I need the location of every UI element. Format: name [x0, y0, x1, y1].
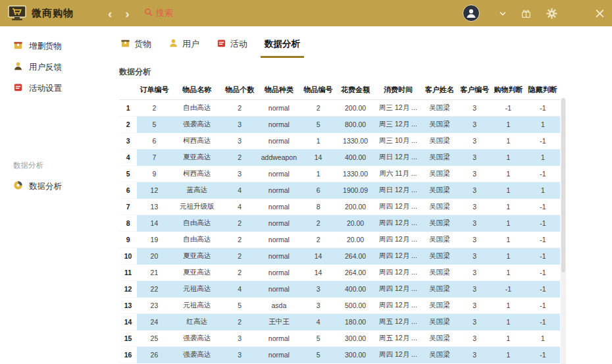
- tab-label: 货物: [134, 38, 151, 50]
- table-cell: 2: [222, 265, 257, 281]
- table-cell: 1: [491, 248, 525, 265]
- gift-icon[interactable]: [521, 8, 532, 19]
- vertical-scrollbar[interactable]: [561, 98, 566, 364]
- table-cell: 3: [222, 347, 257, 363]
- tab-goods[interactable]: 货物: [116, 36, 155, 58]
- sidebar-item-label: 增删货物: [29, 41, 62, 52]
- row-number: 14: [119, 314, 137, 330]
- table-row[interactable]: 1020夏亚高达2normal14264.00周四 12月 ...吴国梁31-1: [119, 248, 560, 265]
- sidebar-section-label: 数据分析: [0, 155, 109, 176]
- table-cell: 264.00: [336, 265, 376, 281]
- row-number: 1: [119, 100, 137, 117]
- column-header: 物品名称: [172, 80, 222, 100]
- table-row[interactable]: 59柯西高达3normal11330.00周六 11月 ...吴国梁31-1: [119, 166, 560, 182]
- table-cell: 3: [458, 330, 491, 347]
- table-cell: 周日 12月 ...: [375, 182, 421, 199]
- person-icon: [13, 61, 23, 73]
- vertical-scrollbar-thumb[interactable]: [561, 98, 565, 273]
- column-header: 客户姓名: [421, 80, 459, 100]
- tab-activities[interactable]: 活动: [213, 36, 251, 58]
- row-number: 15: [119, 330, 137, 347]
- table-cell: 300.00: [336, 347, 376, 363]
- table-cell: 夏亚高达: [172, 248, 222, 265]
- table-row[interactable]: 612蓝高达4normal61900.09周日 12月 ...吴国梁311: [119, 182, 560, 199]
- table-row[interactable]: 25强袭高达3normal5800.00周三 12月 ...吴国梁311: [119, 117, 560, 133]
- table-cell: 1: [491, 133, 525, 149]
- forward-button[interactable]: ›: [125, 7, 129, 20]
- sidebar-item-activity-settings[interactable]: 活动设置: [0, 78, 109, 99]
- table-cell: normal: [257, 265, 301, 281]
- sidebar-item-label: 数据分析: [29, 181, 62, 192]
- avatar[interactable]: [463, 5, 480, 22]
- table-cell: 周三 12月 ...: [375, 117, 421, 133]
- table-row[interactable]: 1222元祖高达4normal3400.00周四 12月 ...吴国梁3-1-1: [119, 281, 560, 298]
- table-cell: 19: [137, 232, 171, 248]
- table-cell: 8: [301, 199, 335, 215]
- table-body: 12自由高达2normal2200.00周三 12月 ...吴国梁3-1-125…: [119, 100, 560, 364]
- column-header: 花费金额: [336, 80, 376, 100]
- table-row[interactable]: 12自由高达2normal2200.00周三 12月 ...吴国梁3-1-1: [119, 100, 560, 117]
- table-row[interactable]: 1424红高达2王中王4180.00周五 12月 ...吴国梁31-1: [119, 314, 560, 330]
- table-cell: normal: [257, 166, 301, 182]
- table-row[interactable]: 814自由高达2normal220.00周四 12月 ...吴国梁31-1: [119, 215, 560, 232]
- table-cell: 强袭高达: [172, 117, 222, 133]
- table-cell: 夏亚高达: [172, 149, 222, 166]
- gear-icon[interactable]: [546, 8, 557, 19]
- table-cell: -1: [491, 281, 525, 298]
- table-row[interactable]: 1626强袭高达3normal5300.00周四 12月 ...吴国梁31-1: [119, 347, 560, 363]
- table-row[interactable]: 1525强袭高达3normal5300.00周五 12月 ...吴国梁311: [119, 330, 560, 347]
- row-number: 2: [119, 117, 137, 133]
- table-row[interactable]: 713元祖升级版4normal8200.00周四 12月 ...吴国梁31-1: [119, 199, 560, 215]
- table-cell: -1: [526, 100, 560, 117]
- table-cell: 3: [458, 347, 491, 363]
- table-cell: 20: [137, 248, 171, 265]
- sidebar-item-user-feedback[interactable]: 用户反馈: [0, 57, 109, 78]
- search-box[interactable]: 搜索: [144, 7, 173, 19]
- chevron-down-icon[interactable]: [499, 11, 506, 16]
- table-cell: 4: [222, 281, 257, 298]
- analysis-table: 订单编号物品名称物品个数物品种类物品编号花费金额消费时间客户姓名客户编号购物判断…: [119, 80, 560, 364]
- table-cell: 2: [222, 100, 257, 117]
- table-cell: 吴国梁: [421, 133, 459, 149]
- table-row[interactable]: 919自由高达2normal220.00周四 12月 ...吴国梁31-1: [119, 232, 560, 248]
- table-cell: 吴国梁: [421, 248, 459, 265]
- table-cell: 王中王: [257, 314, 301, 330]
- data-table-area: 订单编号物品名称物品个数物品种类物品编号花费金额消费时间客户姓名客户编号购物判断…: [119, 80, 566, 364]
- tab-data-analysis[interactable]: 数据分析: [261, 36, 304, 58]
- table-row[interactable]: 36柯西高达3normal11330.00周三 10月 ...吴国梁31-1: [119, 133, 560, 149]
- table-cell: 1: [301, 133, 335, 149]
- table-cell: 400.00: [336, 149, 376, 166]
- table-cell: normal: [257, 199, 301, 215]
- table-row[interactable]: 1121夏亚高达2normal14264.00周四 12月 ...吴国梁31-1: [119, 265, 560, 281]
- sidebar-item-goods-manage[interactable]: 增删货物: [0, 36, 109, 57]
- table-cell: 3: [222, 330, 257, 347]
- table-cell: 3: [458, 248, 491, 265]
- table-cell: normal: [257, 330, 301, 347]
- sidebar: 增删货物 用户反馈 活: [0, 26, 109, 364]
- table-row[interactable]: 1323元祖高达5asda3500.00周四 12月 ...吴国梁31-1: [119, 298, 560, 314]
- table-cell: 1: [491, 265, 525, 281]
- table-row[interactable]: 47夏亚高达2addweapon14400.00周日 12月 ...吴国梁311: [119, 149, 560, 166]
- table-cell: 1: [491, 117, 525, 133]
- table-cell: -1: [526, 347, 560, 363]
- tab-label: 活动: [230, 38, 247, 50]
- table-cell: 周六 11月 ...: [375, 166, 421, 182]
- column-header: 物品个数: [222, 80, 257, 100]
- table-cell: 5: [301, 330, 335, 347]
- column-header: 消费时间: [375, 80, 421, 100]
- table-cell: 自由高达: [172, 232, 222, 248]
- sidebar-item-data-analysis[interactable]: 数据分析: [0, 176, 109, 197]
- tab-users[interactable]: 用户: [165, 36, 203, 58]
- column-header: 购物判断: [491, 80, 525, 100]
- close-button[interactable]: [596, 9, 604, 18]
- row-number: 16: [119, 347, 137, 363]
- table-cell: normal: [257, 248, 301, 265]
- table-cell: 21: [137, 265, 171, 281]
- table-cell: 3: [458, 166, 491, 182]
- table-cell: 3: [222, 166, 257, 182]
- calendar-icon: [13, 82, 23, 94]
- table-cell: 3: [458, 149, 491, 166]
- table-cell: normal: [257, 100, 301, 117]
- back-button[interactable]: ‹: [108, 7, 112, 20]
- corner-cell: [119, 80, 137, 100]
